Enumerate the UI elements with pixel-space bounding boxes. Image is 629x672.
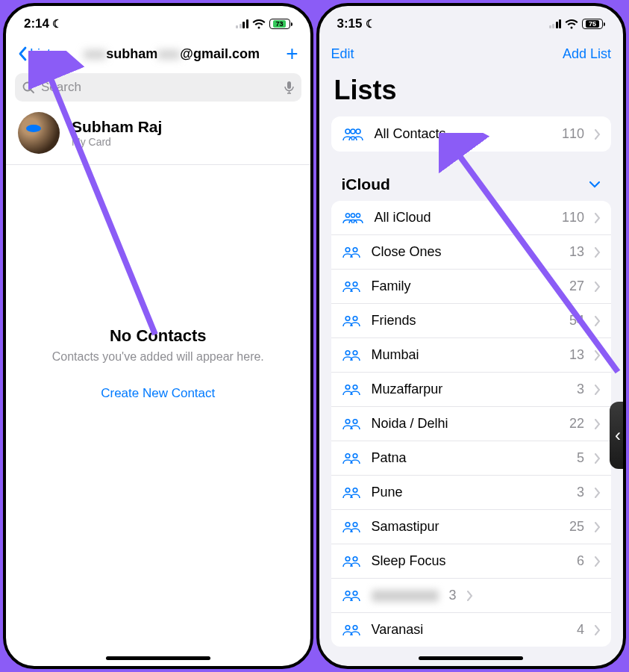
svg-point-24 [345,488,350,492]
nav-title: xxxsubhamxxx@gmail.com [57,46,286,62]
svg-point-28 [345,556,350,561]
chevron-right-icon [595,316,601,326]
back-label: Lists [30,46,57,62]
svg-point-4 [345,129,350,134]
row-label: Patna [372,450,566,466]
list-row[interactable]: Friends54 [331,304,612,338]
wifi-icon [565,19,578,29]
list-row[interactable]: Sleep Focus6 [331,544,612,579]
wifi-icon [252,19,266,29]
people-icon [342,246,361,258]
people-icon [342,624,361,636]
section-header[interactable]: iCloud [319,167,624,201]
row-label: Samastipur [372,519,559,535]
people-icon [342,212,364,224]
row-label: Muzaffarpur [372,382,566,397]
svg-point-16 [345,350,350,355]
row-label: Sleep Focus [372,553,566,569]
side-handle[interactable]: ‹ [610,402,626,469]
svg-point-20 [345,419,350,423]
list-row[interactable]: Samastipur25 [331,510,612,544]
empty-state: No Contacts Contacts you've added will a… [6,165,310,666]
list-row[interactable]: 3 [331,579,612,613]
home-indicator[interactable] [419,656,523,660]
chevron-right-icon [595,625,601,635]
top-nav: Lists xxxsubhamxxx@gmail.com + [6,37,310,70]
add-button[interactable]: + [286,42,298,66]
edit-button[interactable]: Edit [331,46,354,62]
svg-point-27 [353,522,357,526]
create-contact-button[interactable]: Create New Contact [101,386,215,401]
svg-line-1 [31,90,34,93]
row-count: 6 [577,553,584,569]
list-row[interactable]: Varanasi4 [331,613,612,647]
list-row[interactable]: Noida / Delhi22 [331,407,612,441]
row-label: All Contacts [375,126,551,142]
chevron-right-icon [595,385,601,395]
svg-point-15 [353,316,357,320]
svg-point-21 [353,419,357,423]
list-row[interactable]: All iCloud110 [331,201,612,235]
people-icon [342,384,361,396]
chevron-right-icon [595,488,601,498]
chevron-right-icon [595,522,601,532]
people-icon [342,487,361,499]
row-label: Noida / Delhi [372,416,559,432]
phone-right: 3:15 ☾ 75 Edit Add List Lists All Contac… [316,3,627,669]
row-label: Mumbai [372,347,559,363]
row-count: 3 [577,382,584,397]
row-count: 4 [577,622,584,638]
chevron-right-icon [595,350,601,361]
list-row[interactable]: Patna5 [331,441,612,476]
empty-title: No Contacts [110,326,207,346]
add-list-button[interactable]: Add List [563,46,611,62]
row-count: 13 [569,347,584,363]
row-label: Varanasi [372,622,566,638]
signal-icon [549,19,562,28]
my-card-name: Subham Raj [72,118,162,136]
signal-icon [236,19,248,28]
svg-point-19 [353,385,357,389]
list-row[interactable]: Close Ones13 [331,235,612,270]
battery-icon: 73 [269,19,292,29]
battery-icon: 75 [582,19,605,29]
list-row[interactable]: Family27 [331,270,612,304]
avatar [18,112,60,154]
all-contacts-row[interactable]: All Contacts 110 [331,116,612,152]
row-count: 5 [577,450,584,466]
row-count: 25 [569,519,584,535]
status-time: 2:14 [24,16,49,31]
row-label: Close Ones [372,244,559,260]
svg-point-10 [345,247,350,252]
svg-point-26 [345,522,350,526]
people-icon [342,349,361,361]
home-indicator[interactable] [106,656,210,660]
back-button[interactable]: Lists [18,46,57,62]
search-placeholder: Search [41,80,278,95]
people-icon [342,452,361,464]
row-label [372,590,439,602]
people-icon [342,315,361,327]
list-row[interactable]: Muzaffarpur3 [331,373,612,407]
status-bar: 2:14 ☾ 73 [6,6,310,37]
chevron-right-icon [595,129,601,140]
section-title: iCloud [342,175,390,193]
svg-point-23 [353,453,357,458]
list-row[interactable]: Pune3 [331,476,612,510]
row-count: 3 [449,588,457,603]
list-row[interactable]: Mumbai13 [331,338,612,373]
svg-point-13 [353,281,357,286]
row-count: 13 [569,244,584,260]
svg-point-31 [353,591,357,595]
search-input[interactable]: Search [15,73,301,102]
people-icon [342,521,361,533]
chevron-down-icon [589,181,601,188]
chevron-right-icon [595,247,601,258]
my-card-label: My Card [72,136,162,148]
all-contacts-card: All Contacts 110 [331,116,612,152]
my-card-row[interactable]: Subham Raj My Card [6,102,310,165]
svg-point-7 [345,213,349,217]
page-title: Lists [319,70,624,116]
focus-moon-icon: ☾ [52,17,62,31]
mic-icon[interactable] [284,81,294,95]
